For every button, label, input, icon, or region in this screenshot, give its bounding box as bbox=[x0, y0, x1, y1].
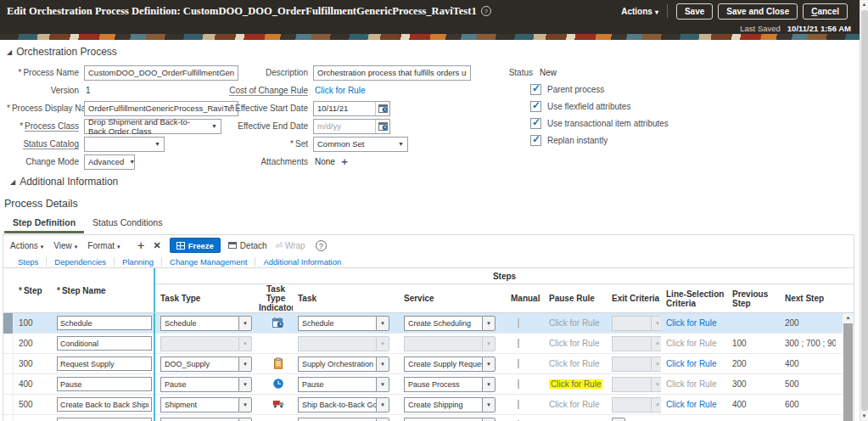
row-select-cell[interactable] bbox=[3, 354, 14, 374]
table-format-menu[interactable]: Format bbox=[87, 241, 120, 250]
pause-rule-link[interactable]: Click for Rule bbox=[549, 379, 602, 389]
tab-status-conditions[interactable]: Status Conditions bbox=[84, 215, 171, 233]
process-display-name-input[interactable] bbox=[84, 101, 238, 116]
calendar-icon[interactable] bbox=[375, 120, 389, 133]
chevron-down-icon[interactable]: ▼ bbox=[376, 356, 389, 372]
line-selection-criteria-link[interactable]: Click for Rule bbox=[666, 318, 716, 328]
chevron-down-icon[interactable]: ▼ bbox=[482, 356, 496, 372]
task-type-select[interactable]: Pause▼ bbox=[160, 377, 259, 392]
table-row-step-300[interactable]: 300DOO_Supply▼Supply Orchestration▼Creat… bbox=[3, 354, 854, 374]
subtab-steps[interactable]: Steps bbox=[10, 257, 47, 267]
task-select[interactable]: Supply Orchestration▼ bbox=[298, 356, 399, 372]
task-select[interactable]: Pause▼ bbox=[298, 377, 399, 392]
row-select-cell[interactable] bbox=[3, 395, 14, 415]
help-icon[interactable]: ? bbox=[481, 6, 491, 16]
previous-step-column-header[interactable]: Previous Step bbox=[727, 289, 780, 308]
service-select[interactable]: Wait for Shipment▼ bbox=[404, 418, 506, 421]
pause-rule-link[interactable]: Click for Rule bbox=[549, 359, 599, 368]
save-and-close-button[interactable]: Save and Close bbox=[718, 3, 798, 20]
chevron-down-icon[interactable]: ▼ bbox=[482, 316, 496, 331]
chevron-down-icon[interactable]: ▼ bbox=[238, 377, 252, 392]
add-attachment-icon[interactable]: ＋ bbox=[339, 154, 350, 169]
scroll-up-icon[interactable]: ▲ bbox=[860, 0, 868, 9]
scroll-up-icon[interactable]: ▲ bbox=[843, 313, 854, 323]
description-input[interactable] bbox=[313, 65, 471, 81]
subtab-additional-information[interactable]: Additional Information bbox=[255, 257, 349, 267]
task-select[interactable]: Ship Back-to-Back Goods▼ bbox=[298, 397, 399, 413]
delete-row-icon[interactable]: ✕ bbox=[154, 240, 161, 251]
task-type-select[interactable]: Schedule▼ bbox=[160, 316, 259, 331]
use-flexfield-attributes-checkbox[interactable]: ✓ bbox=[530, 101, 541, 112]
change-mode-select[interactable]: Advanced▼ bbox=[84, 154, 135, 170]
manual-checkbox[interactable] bbox=[518, 379, 519, 389]
step-name-input[interactable] bbox=[57, 397, 152, 412]
task-type-indicator-column-header[interactable]: Task Type Indicator bbox=[259, 284, 293, 312]
service-column-header[interactable]: Service bbox=[399, 294, 506, 303]
step-name-input[interactable] bbox=[57, 356, 152, 371]
set-select[interactable]: Common Set▼ bbox=[313, 137, 408, 152]
subtab-change-management[interactable]: Change Management bbox=[162, 257, 255, 267]
scroll-down-icon[interactable]: ▼ bbox=[860, 412, 868, 421]
manual-checkbox[interactable] bbox=[518, 339, 519, 348]
pause-rule-link[interactable]: Click for Rule bbox=[549, 400, 599, 409]
page-scrollbar-thumb[interactable] bbox=[861, 10, 868, 411]
actions-menu-button[interactable]: Actions bbox=[621, 7, 658, 16]
pause-rule-link[interactable]: Click for Rule bbox=[549, 339, 599, 348]
service-select[interactable]: Pause Process▼ bbox=[404, 377, 506, 392]
service-select[interactable]: Create Shipping▼ bbox=[404, 397, 506, 413]
status-catalog-select[interactable]: ▼ bbox=[84, 137, 165, 152]
pause-rule-link[interactable]: Click for Rule bbox=[549, 318, 599, 328]
table-row-step-400[interactable]: 400Pause▼Pause▼Pause Process▼Click for R… bbox=[3, 374, 854, 395]
step-name-column-header[interactable]: *Step Name bbox=[52, 286, 154, 295]
table-scrollbar[interactable]: ▲ bbox=[843, 313, 854, 421]
table-row-step-200[interactable]: 200▼▼▼Click for Rule▼Click for Rule10030… bbox=[3, 334, 854, 354]
chevron-down-icon[interactable]: ▼ bbox=[376, 397, 389, 413]
line-selection-criteria-column-header[interactable]: Line-Selection Criteria bbox=[661, 289, 727, 308]
replan-instantly-checkbox[interactable]: ✓ bbox=[530, 135, 541, 146]
row-select-cell[interactable] bbox=[3, 374, 14, 395]
process-class-select[interactable]: Drop Shipment and Back-to-Back Order Cla… bbox=[84, 119, 221, 134]
detach-button[interactable]: Detach bbox=[228, 241, 267, 250]
orchestration-process-section-header[interactable]: ◢ Orchestration Process bbox=[7, 46, 860, 58]
task-type-select[interactable]: Shipment▼ bbox=[160, 418, 259, 421]
add-row-icon[interactable]: ＋ bbox=[136, 238, 147, 253]
step-name-input[interactable] bbox=[57, 418, 152, 421]
task-type-select[interactable]: Shipment▼ bbox=[160, 397, 259, 413]
table-actions-menu[interactable]: Actions bbox=[10, 241, 43, 250]
subtab-dependencies[interactable]: Dependencies bbox=[47, 257, 115, 267]
line-selection-criteria-link[interactable]: Click for Rule bbox=[666, 359, 716, 368]
chevron-down-icon[interactable]: ▼ bbox=[238, 316, 252, 331]
table-row-step-600[interactable]: 600Shipment▼Ship Back-to-Back Goods▼Wait… bbox=[3, 415, 854, 421]
step-name-input[interactable] bbox=[57, 316, 152, 330]
chevron-down-icon[interactable]: ▼ bbox=[238, 356, 252, 372]
cost-of-change-rule-link[interactable]: Click for Rule bbox=[315, 86, 365, 95]
service-select[interactable]: Create Scheduling▼ bbox=[404, 316, 506, 331]
task-type-select[interactable]: DOO_Supply▼ bbox=[160, 356, 259, 372]
task-select[interactable]: Ship Back-to-Back Goods▼ bbox=[298, 418, 399, 421]
manual-checkbox[interactable] bbox=[518, 359, 519, 368]
process-name-input[interactable] bbox=[84, 65, 238, 81]
service-select[interactable]: Create Supply Request▼ bbox=[404, 356, 506, 372]
step-column-header[interactable]: *Step bbox=[14, 286, 52, 295]
chevron-down-icon[interactable]: ▼ bbox=[376, 418, 389, 421]
tab-step-definition[interactable]: Step Definition bbox=[4, 215, 84, 233]
calendar-icon[interactable] bbox=[375, 102, 389, 115]
cancel-button[interactable]: Cancel bbox=[803, 3, 848, 20]
chevron-down-icon[interactable]: ▼ bbox=[482, 397, 496, 413]
chevron-down-icon[interactable]: ▼ bbox=[376, 316, 389, 331]
manual-checkbox[interactable] bbox=[518, 318, 519, 328]
task-select[interactable]: Schedule▼ bbox=[298, 316, 399, 331]
task-column-header[interactable]: Task bbox=[293, 294, 399, 303]
exit-criteria-column-header[interactable]: Exit Criteria bbox=[607, 294, 661, 303]
page-scrollbar[interactable]: ▲ ▼ bbox=[860, 0, 868, 421]
chevron-down-icon[interactable]: ▼ bbox=[238, 418, 252, 421]
step-name-input[interactable] bbox=[57, 336, 152, 351]
manual-checkbox[interactable] bbox=[518, 400, 519, 409]
subtab-planning[interactable]: Planning bbox=[115, 257, 162, 267]
save-button[interactable]: Save bbox=[676, 3, 713, 20]
effective-start-date-input[interactable] bbox=[314, 104, 375, 113]
use-transactional-item-attributes-checkbox[interactable]: ✓ bbox=[530, 118, 541, 129]
chevron-down-icon[interactable]: ▼ bbox=[482, 377, 496, 392]
table-row-step-100[interactable]: 100Schedule▼Schedule▼Create Scheduling▼C… bbox=[3, 313, 854, 334]
additional-information-section-header[interactable]: ◢ Additional Information bbox=[10, 176, 860, 188]
